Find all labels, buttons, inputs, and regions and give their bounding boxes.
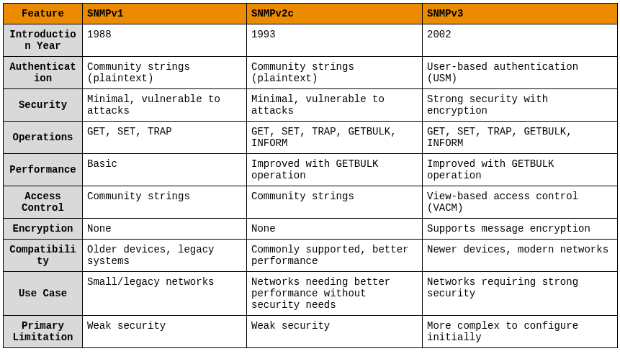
data-cell-v2: Community strings (plaintext) [247, 57, 423, 89]
table-row: Use CaseSmall/legacy networksNetworks ne… [4, 272, 618, 316]
table-row: Introduction Year198819932002 [4, 24, 618, 57]
col-header-v2: SNMPv2c [247, 4, 423, 24]
row-header-cell: Access Control [4, 186, 83, 219]
data-cell-v3: Newer devices, modern networks [423, 240, 618, 272]
table-body: Introduction Year198819932002Authenticat… [4, 24, 618, 348]
data-cell-v2: GET, SET, TRAP, GETBULK, INFORM [247, 122, 423, 154]
data-cell-v2: Community strings [247, 186, 423, 219]
table-row: Access ControlCommunity stringsCommunity… [4, 186, 618, 219]
table-row: PerformanceBasicImproved with GETBULK op… [4, 154, 618, 186]
data-cell-v2: Networks needing better performance with… [247, 272, 423, 316]
col-header-v3: SNMPv3 [423, 4, 618, 24]
data-cell-v1: Weak security [83, 316, 247, 348]
table-row: OperationsGET, SET, TRAPGET, SET, TRAP, … [4, 122, 618, 154]
table-row: Primary LimitationWeak securityWeak secu… [4, 316, 618, 348]
data-cell-v2: Commonly supported, better performance [247, 240, 423, 272]
row-header-cell: Performance [4, 154, 83, 186]
data-cell-v1: Community strings (plaintext) [83, 57, 247, 89]
data-cell-v3: Networks requiring strong security [423, 272, 618, 316]
row-header-cell: Authentication [4, 57, 83, 89]
col-header-feature: Feature [4, 4, 83, 24]
row-header-cell: Primary Limitation [4, 316, 83, 348]
data-cell-v3: View-based access control (VACM) [423, 186, 618, 219]
table-row: AuthenticationCommunity strings (plainte… [4, 57, 618, 89]
data-cell-v2: None [247, 219, 423, 240]
data-cell-v1: Minimal, vulnerable to attacks [83, 89, 247, 122]
data-cell-v2: Minimal, vulnerable to attacks [247, 89, 423, 122]
table-row: EncryptionNoneNoneSupports message encry… [4, 219, 618, 240]
data-cell-v3: User-based authentication (USM) [423, 57, 618, 89]
row-header-cell: Use Case [4, 272, 83, 316]
table-row: SecurityMinimal, vulnerable to attacksMi… [4, 89, 618, 122]
table-header-row: Feature SNMPv1 SNMPv2c SNMPv3 [4, 4, 618, 24]
row-header-cell: Operations [4, 122, 83, 154]
row-header-cell: Introduction Year [4, 24, 83, 57]
data-cell-v3: Strong security with encryption [423, 89, 618, 122]
data-cell-v1: 1988 [83, 24, 247, 57]
data-cell-v2: 1993 [247, 24, 423, 57]
data-cell-v1: Small/legacy networks [83, 272, 247, 316]
data-cell-v3: 2002 [423, 24, 618, 57]
data-cell-v1: None [83, 219, 247, 240]
snmp-comparison-table: Feature SNMPv1 SNMPv2c SNMPv3 Introducti… [3, 3, 618, 348]
col-header-v1: SNMPv1 [83, 4, 247, 24]
data-cell-v1: GET, SET, TRAP [83, 122, 247, 154]
data-cell-v3: GET, SET, TRAP, GETBULK, INFORM [423, 122, 618, 154]
data-cell-v1: Older devices, legacy systems [83, 240, 247, 272]
table-row: CompatibilityOlder devices, legacy syste… [4, 240, 618, 272]
data-cell-v1: Basic [83, 154, 247, 186]
row-header-cell: Compatibility [4, 240, 83, 272]
data-cell-v3: More complex to configure initially [423, 316, 618, 348]
data-cell-v2: Improved with GETBULK operation [247, 154, 423, 186]
data-cell-v3: Improved with GETBULK operation [423, 154, 618, 186]
row-header-cell: Security [4, 89, 83, 122]
data-cell-v1: Community strings [83, 186, 247, 219]
data-cell-v2: Weak security [247, 316, 423, 348]
data-cell-v3: Supports message encryption [423, 219, 618, 240]
row-header-cell: Encryption [4, 219, 83, 240]
